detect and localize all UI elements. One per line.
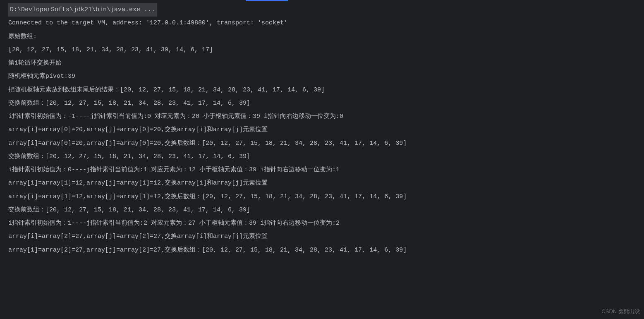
console-line: [20, 12, 27, 15, 18, 21, 34, 28, 23, 41,…: [8, 43, 644, 57]
console-line: array[i]=array[2]=27,array[j]=array[2]=2…: [8, 244, 644, 257]
console-line: i指针索引初始值为：0----j指针索引当前值为:1 对应元素为：12 小于枢轴…: [8, 163, 644, 177]
command-line-text: D:\DevloperSofts\jdk21\bin\java.exe ...: [8, 3, 157, 17]
console-line: 第1轮循环交换开始: [8, 57, 644, 70]
console-line: i指针索引初始值为：-1----j指针索引当前值为:0 对应元素为：20 小于枢…: [8, 110, 644, 123]
watermark: CSDN @熊出没: [601, 306, 640, 317]
console-line: 把随机枢轴元素放到数组末尾后的结果：[20, 12, 27, 15, 18, 2…: [8, 84, 644, 97]
console-line: array[i]=array[2]=27,array[j]=array[2]=2…: [8, 230, 644, 243]
console-line: 交换前数组：[20, 12, 27, 15, 18, 21, 34, 28, 2…: [8, 97, 644, 110]
console-line: array[i]=array[1]=12,array[j]=array[1]=1…: [8, 190, 644, 204]
console-line: 原始数组:: [8, 30, 644, 43]
console-line: 交换前数组：[20, 12, 27, 15, 18, 21, 34, 28, 2…: [8, 204, 644, 217]
console-output[interactable]: D:\DevloperSofts\jdk21\bin\java.exe ... …: [0, 0, 644, 257]
console-line: array[i]=array[0]=20,array[j]=array[0]=2…: [8, 123, 644, 137]
console-line: Connected to the target VM, address: '12…: [8, 17, 644, 30]
console-line: array[i]=array[0]=20,array[j]=array[0]=2…: [8, 137, 644, 150]
command-line: D:\DevloperSofts\jdk21\bin\java.exe ...: [8, 3, 644, 17]
console-line: 随机枢轴元素pivot:39: [8, 70, 644, 83]
console-line: 交换前数组：[20, 12, 27, 15, 18, 21, 34, 28, 2…: [8, 150, 644, 163]
console-line: i指针索引初始值为：1----j指针索引当前值为:2 对应元素为：27 小于枢轴…: [8, 217, 644, 230]
active-tab-indicator: [246, 0, 288, 1]
console-line: array[i]=array[1]=12,array[j]=array[1]=1…: [8, 177, 644, 190]
